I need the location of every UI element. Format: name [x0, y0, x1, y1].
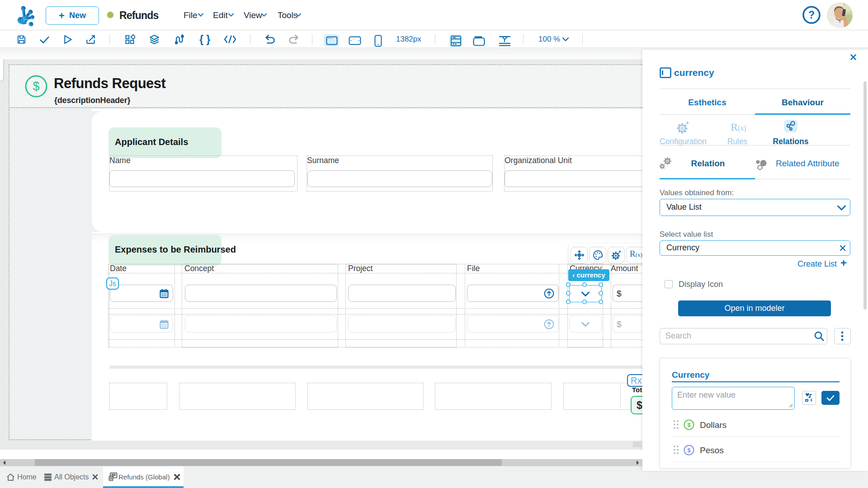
svg-text:?: ?: [808, 9, 815, 21]
svg-text:$: $: [687, 422, 691, 428]
svg-text:$: $: [33, 80, 39, 93]
svg-text:$: $: [687, 447, 691, 454]
